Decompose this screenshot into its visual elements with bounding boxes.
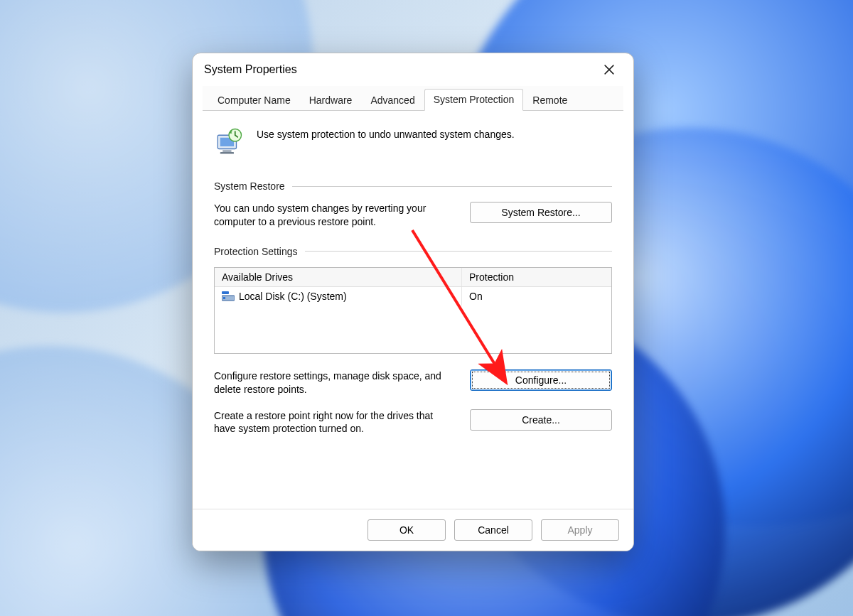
system-restore-button[interactable]: System Restore... bbox=[470, 202, 612, 223]
divider bbox=[292, 186, 612, 187]
create-description: Create a restore point right now for the… bbox=[214, 409, 457, 436]
intro-text: Use system protection to undo unwanted s… bbox=[257, 129, 515, 140]
restore-description: You can undo system changes by reverting… bbox=[214, 202, 457, 229]
system-protection-icon bbox=[214, 126, 244, 156]
tab-hardware[interactable]: Hardware bbox=[300, 90, 362, 111]
group-label-restore: System Restore bbox=[214, 180, 285, 192]
create-button[interactable]: Create... bbox=[470, 409, 612, 431]
configure-button[interactable]: Configure... bbox=[470, 369, 612, 391]
apply-button: Apply bbox=[541, 519, 619, 541]
system-properties-dialog: System Properties Computer Name Hardware… bbox=[192, 53, 634, 551]
drives-list[interactable]: Available Drives Protection Local Disk (… bbox=[214, 267, 612, 354]
ok-button[interactable]: OK bbox=[368, 519, 446, 541]
configure-description: Configure restore settings, manage disk … bbox=[214, 369, 457, 396]
col-available-drives: Available Drives bbox=[215, 268, 462, 286]
drive-row[interactable]: Local Disk (C:) (System) On bbox=[215, 287, 611, 306]
group-label-protection: Protection Settings bbox=[214, 246, 298, 257]
tabstrip: Computer Name Hardware Advanced System P… bbox=[203, 86, 623, 111]
tab-computer-name[interactable]: Computer Name bbox=[208, 90, 300, 111]
drive-status: On bbox=[462, 287, 611, 306]
drive-name: Local Disk (C:) (System) bbox=[239, 291, 347, 302]
intro: Use system protection to undo unwanted s… bbox=[214, 126, 612, 156]
svg-rect-2 bbox=[222, 150, 231, 152]
group-system-restore: System Restore You can undo system chang… bbox=[214, 180, 612, 229]
dialog-footer: OK Cancel Apply bbox=[193, 509, 633, 551]
group-protection-settings: Protection Settings Available Drives Pro… bbox=[214, 246, 612, 436]
tab-system-protection[interactable]: System Protection bbox=[424, 89, 524, 111]
svg-rect-3 bbox=[220, 152, 234, 154]
window-title: System Properties bbox=[204, 63, 297, 76]
desktop-wallpaper: System Properties Computer Name Hardware… bbox=[0, 0, 853, 616]
titlebar: System Properties bbox=[193, 53, 633, 86]
tab-body: Use system protection to undo unwanted s… bbox=[193, 111, 633, 458]
drives-header: Available Drives Protection bbox=[215, 268, 611, 287]
svg-rect-8 bbox=[222, 291, 229, 294]
col-protection: Protection bbox=[462, 268, 611, 286]
tab-remote[interactable]: Remote bbox=[523, 90, 576, 111]
drive-icon bbox=[222, 291, 235, 301]
divider bbox=[305, 251, 612, 252]
close-button[interactable] bbox=[595, 58, 623, 81]
cancel-button[interactable]: Cancel bbox=[454, 519, 532, 541]
tab-advanced[interactable]: Advanced bbox=[361, 90, 424, 111]
close-icon bbox=[604, 65, 614, 75]
svg-rect-7 bbox=[223, 297, 225, 299]
